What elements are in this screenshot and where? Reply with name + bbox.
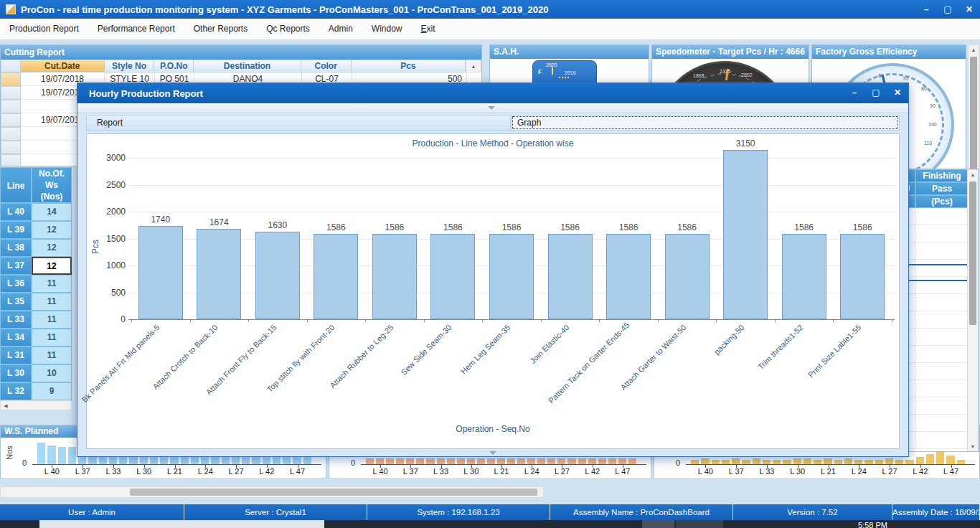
menu-item-admin[interactable]: Admin [319, 19, 362, 39]
row-selector[interactable] [1, 86, 21, 100]
ws-count-cell[interactable]: 14 [32, 203, 72, 221]
scroll-down-icon[interactable]: ▼ [968, 442, 978, 452]
menu-item-window[interactable]: Window [362, 19, 412, 39]
mini-chart-bar [854, 460, 862, 464]
mini-chart-bar [58, 447, 66, 464]
scroll-left-icon[interactable]: ◀ [1, 401, 11, 410]
taskbar-window-button[interactable] [39, 520, 324, 528]
chart-bar [255, 232, 300, 319]
line-table-row[interactable]: L 3111 [0, 346, 72, 364]
splitter-handle-icon[interactable] [488, 106, 495, 110]
cutting-column-header[interactable]: Pcs [352, 60, 466, 72]
ws-count-cell[interactable]: 11 [32, 293, 72, 311]
mini-chart-bar [701, 458, 709, 464]
finishing-cell[interactable] [915, 346, 969, 363]
finishing-col-unit: (Pcs) [915, 195, 969, 208]
line-table-row[interactable]: L 4014 [0, 203, 72, 221]
dialog-bottom-splitter-icon[interactable] [489, 451, 496, 455]
taskbar-item[interactable] [676, 520, 723, 528]
finishing-cell[interactable] [915, 260, 969, 277]
line-table-horizontal-scrollbar[interactable]: ◀ [0, 400, 72, 410]
row-selector[interactable] [1, 141, 21, 154]
dialog-splitter-strip[interactable] [77, 103, 908, 113]
finishing-cell[interactable] [915, 397, 969, 415]
line-cell[interactable]: L 31 [0, 346, 32, 364]
scroll-thumb[interactable] [970, 57, 977, 175]
window-maximize-icon[interactable] [943, 4, 953, 14]
finishing-vertical-scrollbar[interactable]: ▲ ▼ [967, 169, 979, 452]
dialog-restore-icon[interactable] [871, 88, 881, 98]
line-table-row[interactable]: L 329 [0, 382, 72, 400]
mini-x-tick-label: L 47 [283, 467, 312, 476]
line-cell[interactable]: L 30 [0, 364, 32, 382]
finishing-cell[interactable] [915, 380, 969, 397]
dialog-minimize-icon[interactable] [849, 88, 859, 98]
line-table-row[interactable]: L 3411 [0, 329, 72, 346]
line-cell[interactable]: L 39 [0, 221, 32, 239]
line-table-row[interactable]: L 3912 [0, 221, 72, 239]
finishing-cell[interactable] [915, 208, 969, 225]
cutting-column-header[interactable]: P.O.No [154, 60, 194, 72]
menu-item-other-reports[interactable]: Other Reports [184, 19, 257, 39]
row-selector[interactable] [1, 154, 21, 166]
line-cell[interactable]: L 36 [0, 275, 32, 293]
cutting-column-header[interactable]: Style No [105, 60, 155, 72]
window-minimize-icon[interactable] [921, 4, 931, 14]
finishing-cell[interactable] [915, 432, 969, 449]
ws-count-cell[interactable]: 12 [32, 221, 72, 239]
line-cell[interactable]: L 32 [0, 382, 32, 400]
mini-chart-bar [946, 456, 954, 464]
x-tick-mark [190, 319, 191, 322]
mini-chart-bar [537, 458, 545, 464]
ws-count-cell[interactable]: 11 [32, 311, 72, 329]
line-table-row[interactable]: L 3712 [0, 257, 72, 275]
finishing-cell[interactable] [915, 311, 969, 329]
line-table-row[interactable]: L 3511 [0, 293, 72, 311]
scroll-thumb[interactable] [969, 182, 976, 325]
scroll-up-icon[interactable]: ▲ [969, 45, 979, 55]
menu-item-production-report[interactable]: Production Report [0, 19, 88, 39]
line-cell[interactable]: L 33 [0, 311, 32, 329]
finishing-cell[interactable] [915, 294, 969, 311]
menu-item-exit[interactable]: Exit [412, 19, 445, 39]
finishing-cell[interactable] [915, 415, 969, 432]
main-horizontal-scrollbar[interactable] [0, 486, 544, 498]
line-table-row[interactable]: L 3812 [0, 239, 72, 257]
line-cell[interactable]: L 34 [0, 329, 32, 346]
ws-count-cell[interactable]: 11 [32, 346, 72, 364]
line-table-row[interactable]: L 3611 [0, 275, 72, 293]
line-cell[interactable]: L 37 [0, 257, 32, 275]
line-cell[interactable]: L 38 [0, 239, 32, 257]
row-selector[interactable] [1, 72, 21, 86]
row-selector[interactable] [1, 127, 21, 141]
dialog-close-icon[interactable] [892, 88, 903, 98]
ws-count-cell[interactable]: 11 [32, 275, 72, 293]
ws-count-cell[interactable]: 9 [32, 382, 72, 400]
line-table-row[interactable]: L 3010 [0, 364, 72, 382]
cutting-column-header[interactable]: Cut.Date [21, 60, 105, 72]
line-table-row[interactable]: L 3311 [0, 311, 72, 329]
finishing-cell[interactable] [915, 329, 969, 346]
finishing-cell[interactable] [915, 363, 969, 380]
ws-count-cell[interactable]: 12 [32, 239, 72, 257]
graph-dropdown[interactable]: Graph [511, 115, 900, 131]
finishing-cell[interactable] [915, 225, 969, 242]
cutting-scroll-up-icon[interactable]: ▲ [466, 60, 481, 72]
line-cell[interactable]: L 35 [0, 293, 32, 311]
window-close-icon[interactable] [964, 4, 974, 14]
ws-count-cell[interactable]: 10 [32, 364, 72, 382]
y-tick-label: 2000 [97, 207, 126, 217]
row-selector[interactable] [1, 100, 21, 113]
line-cell[interactable]: L 40 [0, 203, 32, 221]
cutting-column-header[interactable]: Destination [194, 60, 301, 72]
menu-item-performance-report[interactable]: Performance Report [88, 19, 184, 39]
menu-item-qc-reports[interactable]: Qc Reports [257, 19, 319, 39]
row-selector[interactable] [1, 113, 21, 127]
ws-count-cell[interactable]: 12 [32, 257, 72, 275]
finishing-cell[interactable] [915, 242, 969, 260]
ws-count-cell[interactable]: 11 [32, 329, 72, 346]
cutting-column-header[interactable]: Color [301, 60, 352, 72]
taskbar-item[interactable] [642, 520, 674, 528]
scroll-up-icon[interactable]: ▲ [968, 170, 978, 180]
scroll-thumb[interactable] [130, 489, 537, 496]
